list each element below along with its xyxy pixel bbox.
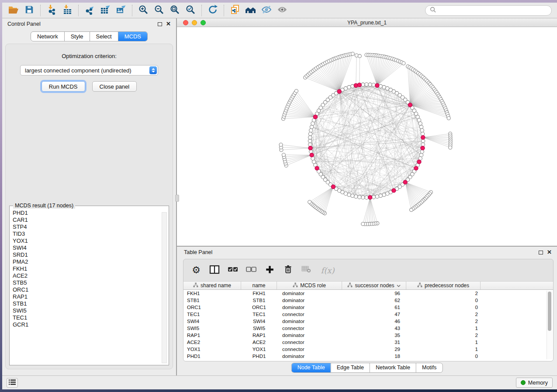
ring-node[interactable] [420, 128, 424, 132]
mcds-result-item[interactable]: YOX1 [13, 237, 169, 244]
ring-node[interactable] [308, 143, 312, 146]
run-mcds-button[interactable]: Run MCDS [42, 81, 85, 92]
network-view-titlebar[interactable]: YPA_prune.txt_1 [177, 18, 557, 27]
ring-node[interactable] [308, 136, 312, 139]
optimization-criterion-select[interactable]: largest connected component (undirected) [20, 65, 158, 76]
save-button[interactable] [21, 4, 37, 17]
export-network-button[interactable] [82, 4, 97, 17]
ring-node[interactable] [347, 193, 351, 196]
leaf-node[interactable] [447, 117, 450, 120]
mcds-hub-node[interactable] [310, 153, 314, 157]
table-row[interactable]: SWI4SWI4dominator462 [183, 318, 553, 325]
ring-node[interactable] [419, 153, 423, 157]
search-input[interactable] [439, 7, 547, 14]
ring-node[interactable] [310, 125, 313, 129]
mcds-result-item[interactable]: CAR1 [13, 217, 169, 224]
table-row[interactable]: RAP1RAP1dominator352 [183, 332, 553, 339]
import-network-button[interactable] [44, 4, 59, 17]
leaf-node[interactable] [279, 143, 283, 147]
mcds-result-item[interactable]: SWI4 [13, 244, 169, 251]
ring-node[interactable] [354, 195, 358, 198]
mcds-result-item[interactable]: STP4 [13, 224, 169, 230]
ring-node[interactable] [419, 122, 422, 125]
tab-motifs[interactable]: Motifs [416, 363, 442, 372]
zoom-out-button[interactable] [151, 4, 167, 17]
mcds-hub-node[interactable] [357, 83, 361, 87]
mcds-result-item[interactable]: TID3 [13, 230, 169, 237]
ring-node[interactable] [365, 196, 368, 199]
table-row[interactable]: STB1STB1dominator620 [183, 297, 553, 304]
mcds-hub-node[interactable] [421, 135, 425, 139]
table-row[interactable]: ORC1ORC1dominator610 [183, 304, 553, 311]
zoom-in-button[interactable] [135, 4, 151, 17]
add-column-button[interactable] [263, 264, 276, 277]
mcds-hub-node[interactable] [414, 166, 418, 170]
zoom-selected-button[interactable] [183, 4, 198, 17]
mcds-hub-node[interactable] [368, 196, 372, 199]
export-image-button[interactable] [113, 4, 129, 17]
table-row[interactable]: SWI5SWI5connector431 [183, 325, 553, 332]
table-row[interactable]: FKH1FKH1dominator962 [183, 290, 553, 297]
mcds-result-item[interactable]: GCR1 [13, 321, 169, 328]
mcds-hub-node[interactable] [337, 89, 341, 93]
mcds-hub-node[interactable] [313, 115, 317, 119]
column-header[interactable]: name [241, 282, 277, 289]
column-header[interactable]: shared name [183, 282, 241, 289]
ring-node[interactable] [308, 139, 311, 143]
network-canvas[interactable] [177, 27, 557, 246]
show-all-button[interactable] [274, 4, 290, 17]
mcds-result-item[interactable]: SRD1 [13, 251, 169, 258]
clone-network-button[interactable] [227, 4, 243, 17]
float-panel-icon[interactable] [158, 22, 162, 26]
leaf-node[interactable] [308, 200, 311, 204]
mcds-hub-node[interactable] [308, 146, 312, 150]
mcds-result-item[interactable]: ORC1 [13, 286, 169, 293]
ring-node[interactable] [386, 192, 389, 195]
column-header[interactable]: predecessor nodes [406, 282, 481, 289]
column-header[interactable]: successor nodes [342, 282, 406, 289]
deselect-all-button[interactable] [245, 264, 258, 277]
refresh-button[interactable] [205, 4, 221, 17]
leaf-node[interactable] [282, 153, 285, 157]
mcds-hub-node[interactable] [417, 160, 421, 164]
ring-node[interactable] [420, 150, 424, 153]
ring-node[interactable] [382, 86, 386, 89]
close-window-icon[interactable] [183, 20, 188, 25]
show-columns-button[interactable] [208, 264, 221, 277]
export-table-button[interactable] [97, 4, 113, 17]
network-graph[interactable] [177, 27, 557, 246]
table-scrollbar-thumb[interactable] [548, 292, 551, 331]
ring-node[interactable] [311, 122, 315, 125]
hide-selected-button[interactable] [259, 4, 274, 17]
search-field[interactable] [425, 5, 552, 16]
delete-table-button[interactable] [300, 264, 313, 277]
mcds-hub-node[interactable] [331, 185, 335, 189]
table-row[interactable]: PHD1PHD1dominator180 [183, 353, 553, 360]
ring-node[interactable] [372, 195, 375, 199]
mcds-result-item[interactable]: FKH1 [13, 265, 169, 272]
ring-node[interactable] [358, 195, 361, 199]
tab-node-table[interactable]: Node Table [292, 363, 331, 372]
ring-node[interactable] [382, 193, 386, 196]
ring-node[interactable] [308, 132, 312, 136]
task-history-button[interactable] [7, 378, 18, 388]
tab-style[interactable]: Style [64, 32, 90, 41]
ring-node[interactable] [379, 194, 382, 197]
mcds-hub-node[interactable] [421, 146, 425, 150]
mcds-result-item[interactable]: SWI5 [13, 307, 169, 314]
minimize-window-icon[interactable] [192, 20, 197, 25]
mcds-hub-node[interactable] [375, 83, 379, 87]
select-all-button[interactable] [226, 264, 239, 277]
leaf-node[interactable] [449, 146, 452, 149]
float-panel-icon[interactable] [539, 251, 543, 254]
leaf-node[interactable] [351, 52, 354, 55]
function-builder-button[interactable]: f(x) [318, 264, 337, 277]
ring-node[interactable] [368, 83, 372, 86]
ring-node[interactable] [312, 160, 315, 163]
column-header[interactable]: MCDS role [277, 282, 342, 289]
mcds-hub-node[interactable] [392, 189, 396, 193]
mcds-hub-node[interactable] [315, 166, 319, 170]
mcds-hub-node[interactable] [403, 180, 407, 184]
ring-node[interactable] [351, 194, 354, 197]
leaf-node[interactable] [358, 54, 361, 58]
